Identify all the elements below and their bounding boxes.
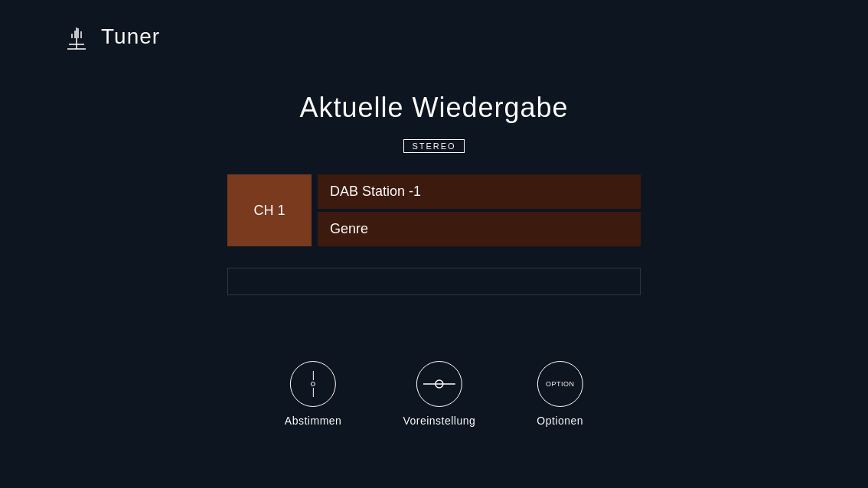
tune-icon <box>311 371 315 397</box>
abstimmen-control[interactable]: Abstimmen <box>285 361 342 427</box>
stereo-badge: STEREO <box>403 139 464 153</box>
preset-icon <box>423 377 455 391</box>
main-content: Aktuelle Wiedergabe STEREO CH 1 DAB Stat… <box>227 92 641 295</box>
app-title: Tuner <box>101 24 160 49</box>
optionen-circle: OPTION <box>537 361 583 407</box>
station-details: DAB Station -1 Genre <box>318 174 641 246</box>
abstimmen-circle <box>290 361 336 407</box>
voreinstellung-circle <box>416 361 462 407</box>
channel-box: CH 1 <box>227 174 312 246</box>
page-title: Aktuelle Wiedergabe <box>299 92 568 124</box>
progress-bar <box>227 268 641 295</box>
optionen-label: Optionen <box>537 415 583 427</box>
header: Tuner <box>61 21 160 52</box>
optionen-control[interactable]: OPTION Optionen <box>537 361 583 427</box>
genre-label: Genre <box>318 212 641 246</box>
station-info: CH 1 DAB Station -1 Genre <box>227 174 641 246</box>
controls-row: Abstimmen Voreinstellung OPTION Optionen <box>285 361 583 427</box>
abstimmen-label: Abstimmen <box>285 415 342 427</box>
voreinstellung-label: Voreinstellung <box>403 415 475 427</box>
antenna-icon <box>61 21 92 52</box>
options-icon: OPTION <box>546 380 575 388</box>
station-name: DAB Station -1 <box>318 174 641 209</box>
voreinstellung-control[interactable]: Voreinstellung <box>403 361 475 427</box>
